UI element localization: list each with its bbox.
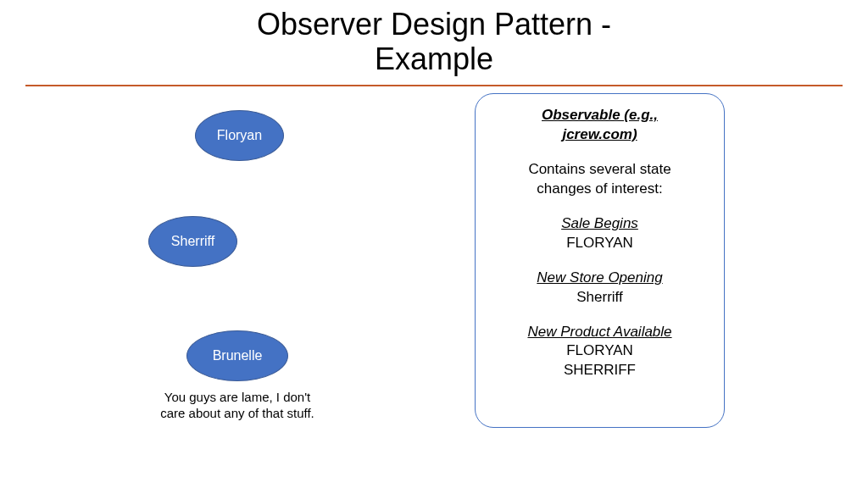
panel-intro-l1: Contains several state: [491, 160, 709, 180]
title-divider: [25, 85, 843, 86]
observer-label: Sherriff: [171, 234, 214, 249]
observable-panel: Observable (e.g., jcrew.com) Contains se…: [475, 93, 725, 428]
observer-sherriff: Sherriff: [148, 216, 237, 267]
brunelle-caption: You guys are lame, I don't care about an…: [136, 390, 339, 422]
section-new-product-value-2: SHERRIFF: [491, 361, 709, 380]
slide-title: Observer Design Pattern - Example: [0, 0, 868, 77]
observer-label: Brunelle: [213, 348, 263, 363]
observer-brunelle: Brunelle: [186, 330, 288, 381]
section-sale-begins-heading: Sale Begins: [491, 214, 709, 234]
title-line-2: Example: [0, 42, 868, 76]
panel-heading-l1: Observable (e.g.,: [491, 106, 709, 125]
section-new-store-heading: New Store Opening: [491, 269, 709, 288]
section-new-store-value: Sherriff: [491, 288, 709, 308]
caption-line-1: You guys are lame, I don't: [136, 390, 339, 406]
panel-heading-l2: jcrew.com): [491, 125, 709, 145]
panel-intro-l2: changes of interest:: [491, 180, 709, 199]
observer-floryan: Floryan: [195, 110, 284, 161]
title-line-1: Observer Design Pattern -: [0, 7, 868, 42]
section-new-product-value-1: FLORYAN: [491, 341, 709, 361]
section-sale-begins-value: FLORYAN: [491, 234, 709, 253]
observer-label: Floryan: [217, 128, 262, 143]
section-new-product-heading: New Product Available: [491, 323, 709, 342]
caption-line-2: care about any of that stuff.: [136, 406, 339, 422]
